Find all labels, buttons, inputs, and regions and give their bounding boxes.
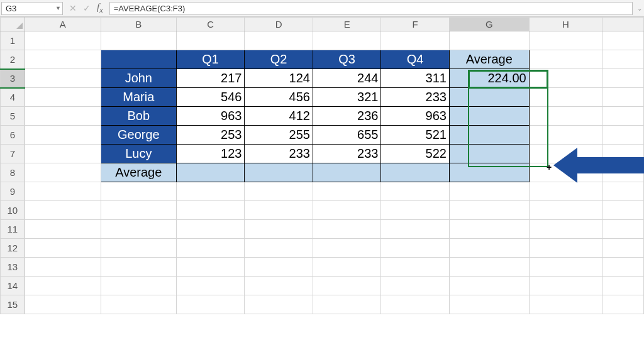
fx-icon[interactable]: fx: [97, 2, 103, 15]
row-header-8[interactable]: 8: [1, 163, 25, 182]
row-11: 11: [1, 220, 644, 239]
row-header-4[interactable]: 4: [1, 88, 25, 107]
cell-C7[interactable]: 123: [176, 145, 245, 163]
row-header-1[interactable]: 1: [1, 31, 25, 50]
formula-text: =AVERAGE(C3:F3): [114, 4, 186, 13]
col-header-B[interactable]: B: [101, 18, 176, 31]
row-header-13[interactable]: 13: [1, 258, 25, 277]
cell-G3[interactable]: 224.00: [449, 69, 529, 88]
row-header-5[interactable]: 5: [1, 107, 25, 126]
col-average[interactable]: Average: [449, 50, 529, 69]
row-header-15[interactable]: 15: [1, 295, 25, 314]
col-q1[interactable]: Q1: [176, 50, 245, 69]
cell-G5[interactable]: [449, 107, 529, 126]
row-header-9[interactable]: 9: [1, 182, 25, 201]
col-q3[interactable]: Q3: [313, 50, 381, 69]
row-header-3[interactable]: 3: [1, 69, 25, 88]
row-header-12[interactable]: 12: [1, 239, 25, 258]
cell-E6[interactable]: 655: [313, 126, 381, 145]
row-header-6[interactable]: 6: [1, 126, 25, 145]
cell-E5[interactable]: 236: [313, 107, 381, 126]
row-header-10[interactable]: 10: [1, 201, 25, 220]
expand-formula-bar-icon[interactable]: ⌄: [635, 5, 644, 12]
col-header-A[interactable]: A: [25, 18, 101, 31]
cell-D3[interactable]: 124: [245, 69, 313, 88]
row-header-14[interactable]: 14: [1, 277, 25, 295]
formula-input[interactable]: =AVERAGE(C3:F3): [109, 2, 633, 15]
cell-G4[interactable]: [449, 88, 529, 107]
row-13: 13: [1, 258, 644, 277]
cell-E7[interactable]: 233: [313, 145, 381, 163]
row-14: 14: [1, 277, 644, 295]
cell-F5[interactable]: 963: [381, 107, 450, 126]
cell-C6[interactable]: 253: [176, 126, 245, 145]
cell-E4[interactable]: 321: [313, 88, 381, 107]
row-6: 6 George 253 255 655 521: [1, 126, 644, 145]
col-header-F[interactable]: F: [381, 18, 450, 31]
formula-bar-buttons: ✕ ✓ fx: [65, 2, 107, 15]
row-7: 7 Lucy 123 233 233 522: [1, 145, 644, 163]
cell-G8[interactable]: [449, 163, 529, 182]
row-header-2[interactable]: 2: [1, 50, 25, 69]
col-q2[interactable]: Q2: [245, 50, 313, 69]
row-3: 3 John 217 124 244 311 224.00: [1, 69, 644, 88]
cell-F8[interactable]: [381, 163, 450, 182]
col-header-extra[interactable]: [602, 18, 644, 31]
row-9: 9: [1, 182, 644, 201]
col-header-H[interactable]: H: [529, 18, 602, 31]
cell-C3[interactable]: 217: [176, 69, 245, 88]
col-q4[interactable]: Q4: [381, 50, 450, 69]
cell-F6[interactable]: 521: [381, 126, 450, 145]
col-header-D[interactable]: D: [245, 18, 313, 31]
select-all-corner[interactable]: [1, 18, 25, 31]
annotation-arrow: [553, 148, 641, 183]
cell-D4[interactable]: 456: [245, 88, 313, 107]
row-12: 12: [1, 239, 644, 258]
row-lucy[interactable]: Lucy: [101, 145, 176, 163]
cell-C8[interactable]: [176, 163, 245, 182]
grid-table[interactable]: A B C D E F G H 1 2 Q1 Q2 Q3 Q4 Average …: [0, 17, 644, 314]
row-john[interactable]: John: [101, 69, 176, 88]
spreadsheet-grid: A B C D E F G H 1 2 Q1 Q2 Q3 Q4 Average …: [0, 17, 644, 314]
cell-G6[interactable]: [449, 126, 529, 145]
row-average[interactable]: Average: [101, 163, 176, 182]
cell-C4[interactable]: 546: [176, 88, 245, 107]
cell-E3[interactable]: 244: [313, 69, 381, 88]
row-10: 10: [1, 201, 644, 220]
cell-D5[interactable]: 412: [245, 107, 313, 126]
row-header-7[interactable]: 7: [1, 145, 25, 163]
enter-icon[interactable]: ✓: [83, 3, 91, 13]
row-15: 15: [1, 295, 644, 314]
cell-D6[interactable]: 255: [245, 126, 313, 145]
formula-bar: G3 ▼ ✕ ✓ fx =AVERAGE(C3:F3) ⌄: [0, 0, 644, 17]
cell-D8[interactable]: [245, 163, 313, 182]
col-header-G[interactable]: G: [449, 18, 529, 31]
row-2: 2 Q1 Q2 Q3 Q4 Average: [1, 50, 644, 69]
name-box-value: G3: [6, 4, 16, 13]
cell-G7[interactable]: [449, 145, 529, 163]
row-header-11[interactable]: 11: [1, 220, 25, 239]
name-box[interactable]: G3 ▼: [1, 2, 63, 15]
table-corner[interactable]: [101, 50, 176, 69]
col-header-C[interactable]: C: [176, 18, 245, 31]
row-1: 1: [1, 31, 644, 50]
cell-E8[interactable]: [313, 163, 381, 182]
cell-F3[interactable]: 311: [381, 69, 450, 88]
cell-F4[interactable]: 233: [381, 88, 450, 107]
row-8: 8 Average: [1, 163, 644, 182]
cell-F7[interactable]: 522: [381, 145, 450, 163]
row-bob[interactable]: Bob: [101, 107, 176, 126]
cell-D7[interactable]: 233: [245, 145, 313, 163]
cell-C5[interactable]: 963: [176, 107, 245, 126]
dropdown-icon[interactable]: ▼: [55, 5, 61, 11]
row-4: 4 Maria 546 456 321 233: [1, 88, 644, 107]
column-headers: A B C D E F G H: [1, 18, 644, 31]
cancel-icon[interactable]: ✕: [69, 3, 77, 13]
row-5: 5 Bob 963 412 236 963: [1, 107, 644, 126]
row-george[interactable]: George: [101, 126, 176, 145]
row-maria[interactable]: Maria: [101, 88, 176, 107]
col-header-E[interactable]: E: [313, 18, 381, 31]
